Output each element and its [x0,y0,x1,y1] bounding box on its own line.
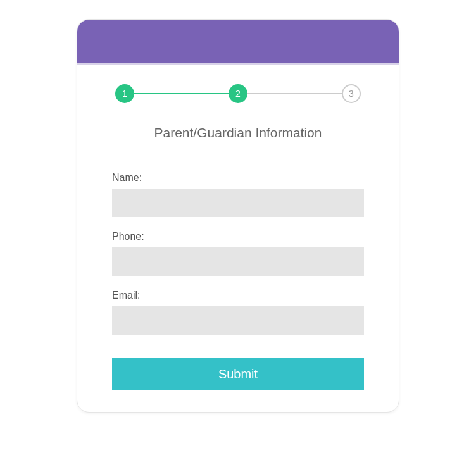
email-input[interactable] [112,306,364,335]
name-field-group: Name: [112,172,364,217]
step-line-2-3 [247,93,342,94]
step-3-label: 3 [349,89,354,99]
step-line-1-2 [134,93,229,94]
header-bar [77,20,399,65]
phone-field-group: Phone: [112,231,364,276]
name-input[interactable] [112,189,364,217]
form-content: 1 2 3 Parent/Guardian Information Name: … [77,65,399,412]
form-card: 1 2 3 Parent/Guardian Information Name: … [77,19,399,413]
form-title: Parent/Guardian Information [112,125,364,140]
phone-label: Phone: [112,231,364,242]
step-2-label: 2 [235,89,241,99]
phone-input[interactable] [112,247,364,276]
submit-button[interactable]: Submit [112,358,364,390]
step-1-label: 1 [122,89,127,99]
name-label: Name: [112,172,364,183]
step-1[interactable]: 1 [115,84,134,103]
stepper: 1 2 3 [112,84,364,103]
step-2[interactable]: 2 [229,84,247,103]
email-field-group: Email: [112,290,364,335]
email-label: Email: [112,290,364,301]
step-3[interactable]: 3 [342,84,361,103]
